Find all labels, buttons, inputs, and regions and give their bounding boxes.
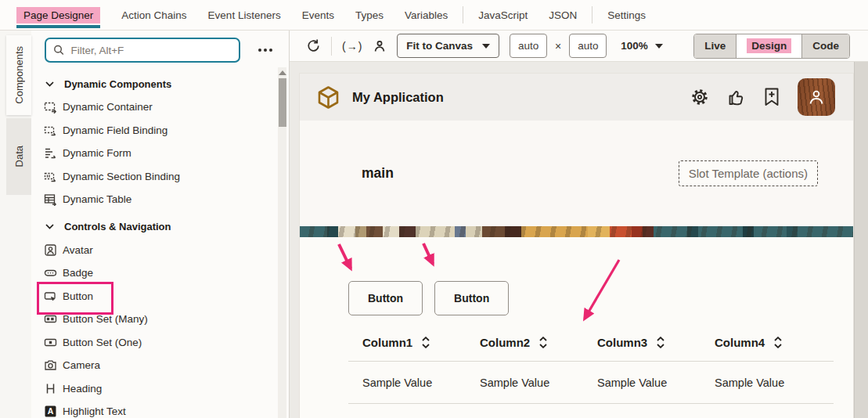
sidebar-scrollbar-thumb[interactable] [279,78,286,127]
chevron-down-icon [482,44,490,49]
tab-javascript[interactable]: JavaScript [478,9,528,21]
component-item-heading[interactable]: Heading [31,377,289,401]
tab-action-chains[interactable]: Action Chains [121,9,186,21]
designer-tab-bar: Page Designer Action Chains Event Listen… [0,0,868,31]
workspace: Components Data Dynamic Components [0,31,868,418]
svg-text:A: A [47,407,53,416]
rail-tab-data[interactable]: Data [6,118,31,195]
table-header-row: Column1 Column2 Column3 [348,323,834,361]
section-controls-navigation[interactable]: Controls & Navigation [31,215,289,239]
component-item-dynamic-table[interactable]: Dynamic Table [31,188,289,211]
page-content-section: Button Button Column1 Column2 [300,237,853,404]
component-item-highlight-text[interactable]: A Highlight Text [31,400,289,418]
sort-icon[interactable] [656,337,665,348]
thumbs-up-icon[interactable] [727,88,746,106]
column-header-2[interactable]: Column2 [466,336,583,349]
rail-tab-components[interactable]: Components [6,35,31,115]
highlight-text-icon: A [43,405,57,418]
component-label: Heading [63,383,102,395]
app-title: My Application [352,90,444,105]
section-title: Controls & Navigation [64,221,171,232]
tab-page-designer[interactable]: Page Designer [16,7,100,23]
component-filter-field[interactable] [45,38,240,63]
mode-button-design[interactable]: Design [736,34,801,58]
preview-button-1[interactable]: Button [348,281,423,315]
slot-template-actions[interactable]: Slot Template (actions) [679,160,818,186]
tab-json[interactable]: JSON [549,9,577,21]
component-item-avatar[interactable]: Avatar [31,239,289,262]
component-filter-input[interactable] [70,45,232,56]
canvas-toolbar: (→) Fit to Canvas × 100% Live Design Cod… [290,31,868,62]
refresh-icon[interactable] [306,38,321,53]
component-item-badge[interactable]: Badge [31,261,289,285]
component-item-dynamic-field-binding[interactable]: Dynamic Field Binding [31,119,289,142]
mode-button-live[interactable]: Live [694,34,736,58]
app-logo-cube-icon [318,86,339,109]
components-panel: Dynamic Components Dynamic Container Dyn… [31,31,290,418]
component-item-camera[interactable]: Camera [31,354,289,377]
component-item-dynamic-container[interactable]: Dynamic Container [31,95,289,119]
canvas-height-input[interactable] [569,34,607,58]
column-label: Column1 [362,336,412,349]
panel-overflow-menu-button[interactable] [255,45,276,55]
chevron-down-icon [45,81,54,87]
fit-to-canvas-dropdown[interactable]: Fit to Canvas [397,34,499,58]
table-row[interactable]: Sample Value Sample Value Sample Value S… [348,361,834,404]
user-mode-icon[interactable] [373,39,387,53]
preview-button-2[interactable]: Button [434,281,509,315]
search-icon [53,44,64,56]
sort-icon[interactable] [773,337,783,348]
component-item-button-set-one[interactable]: Button Set (One) [31,331,289,355]
canvas-width-input[interactable] [510,34,547,58]
column-label: Column3 [597,336,647,349]
component-item-dynamic-form[interactable]: Dynamic Form [31,142,289,165]
tab-settings[interactable]: Settings [607,9,646,21]
ellipsis-icon [258,49,261,52]
component-tree: Dynamic Components Dynamic Container Dyn… [31,72,289,418]
mode-label: Code [812,40,839,52]
component-item-button-set-many[interactable]: Button Set (Many) [31,308,289,331]
column-label: Column2 [480,336,530,349]
settings-gear-icon[interactable] [690,88,709,106]
component-label: Button Set (One) [63,337,142,348]
mode-button-code[interactable]: Code [801,34,849,58]
column-header-3[interactable]: Column3 [583,336,701,349]
tab-events[interactable]: Events [302,9,334,21]
user-avatar[interactable] [798,78,835,116]
tab-event-listeners[interactable]: Event Listeners [208,9,281,21]
column-header-1[interactable]: Column1 [348,336,466,349]
live-expression-icon[interactable]: (→) [342,40,362,52]
tab-group-divider [463,6,463,23]
tab-variables[interactable]: Variables [405,9,448,21]
design-canvas[interactable]: My Application [290,62,868,418]
component-label: Badge [63,267,93,279]
sort-icon[interactable] [538,337,548,348]
column-header-4[interactable]: Column4 [701,336,818,349]
component-label: Camera [63,359,100,371]
left-rail: Components Data [0,31,31,418]
component-item-button[interactable]: Button [31,285,289,308]
bookmark-add-icon[interactable] [764,88,780,106]
dynamic-container-icon [43,100,57,114]
chevron-down-icon [655,44,663,49]
preview-table: Column1 Column2 Column3 [348,323,834,404]
dynamic-field-binding-icon [43,123,57,137]
zoom-level-dropdown[interactable]: 100% [621,40,663,52]
page-header-section[interactable]: main Slot Template (actions) [300,121,853,226]
badge-icon [43,266,57,280]
page-title: main [362,165,394,182]
tab-types[interactable]: Types [355,9,384,21]
canvas-right-gutter [854,62,868,418]
table-cell: Sample Value [701,377,818,389]
scrollbar-up-arrow-icon[interactable] [279,70,286,75]
app-preview-header[interactable]: My Application [300,74,853,121]
person-icon [808,88,825,106]
decorative-banner-image [300,226,853,237]
table-cell: Sample Value [348,377,466,389]
app-preview-frame: My Application [300,74,853,418]
component-item-dynamic-section-binding[interactable]: Dynamic Section Binding [31,165,289,189]
component-label: Dynamic Container [63,101,153,113]
fit-to-canvas-label: Fit to Canvas [406,40,473,52]
sort-icon[interactable] [421,337,430,348]
section-dynamic-components[interactable]: Dynamic Components [31,72,289,95]
